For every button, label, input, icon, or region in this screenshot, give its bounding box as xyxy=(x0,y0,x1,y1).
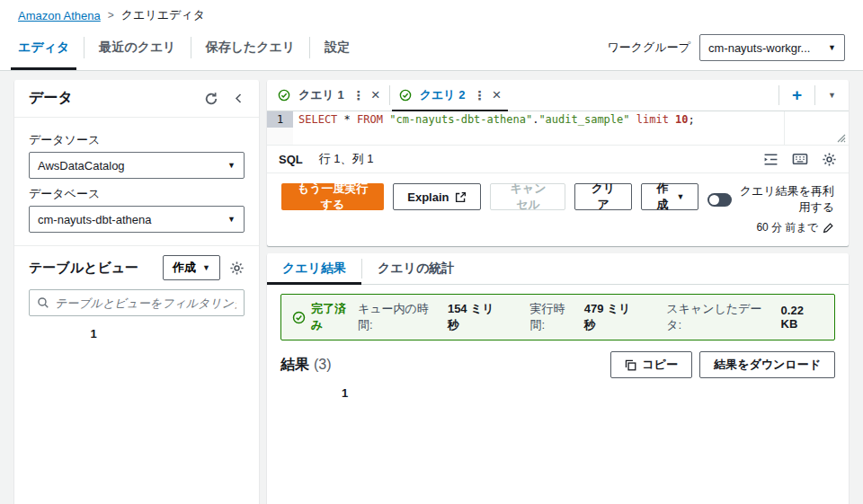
query-tab-1[interactable]: クエリ 1 ⋮ × xyxy=(269,80,389,111)
nav-tabs: エディタ 最近のクエリ 保存したクエリ 設定 xyxy=(4,25,364,70)
tab-recent-queries[interactable]: 最近のクエリ xyxy=(85,25,190,70)
tab-editor[interactable]: エディタ xyxy=(4,25,84,70)
tab-query-stats[interactable]: クエリの統計 xyxy=(362,253,469,284)
line-number: 1 xyxy=(267,111,293,128)
content-area: データ データソース AwsDataCatalog ▼ データベース xyxy=(0,71,863,504)
sql-editor[interactable]: 1 SELECT * FROM "cm-nayuts-dbt-athena"."… xyxy=(267,111,849,146)
sql-number: 10 xyxy=(675,113,688,126)
collapse-panel-icon[interactable] xyxy=(233,93,245,104)
tab-settings[interactable]: 設定 xyxy=(310,25,364,70)
results-tab-bar: クエリ結果 クエリの統計 xyxy=(267,253,849,285)
query-tab-label: クエリ 1 xyxy=(298,87,344,103)
keyboard-shortcuts-icon[interactable] xyxy=(792,151,808,167)
main-column: クエリ 1 ⋮ × クエリ 2 ⋮ × xyxy=(267,80,849,504)
tab-query-results[interactable]: クエリ結果 xyxy=(267,253,361,284)
copy-button[interactable]: コピー xyxy=(610,351,693,378)
close-icon[interactable]: × xyxy=(371,86,380,104)
editor-status-bar: SQL 行 1、列 1 xyxy=(267,146,849,173)
refresh-icon[interactable] xyxy=(204,92,218,106)
athena-query-editor-page: Amazon Athena > クエリエディタ エディタ 最近のクエリ 保存した… xyxy=(0,0,863,504)
copy-icon xyxy=(625,359,636,371)
sql-keyword: SELECT xyxy=(298,113,337,126)
workgroup-select[interactable]: cm-nayuts-workgr... ▼ xyxy=(699,34,845,61)
query-tab-2[interactable]: クエリ 2 ⋮ × xyxy=(390,80,511,111)
results-title: 結果 xyxy=(280,356,309,375)
breadcrumb-home-link[interactable]: Amazon Athena xyxy=(18,9,101,22)
query-tab-label: クエリ 2 xyxy=(420,87,466,103)
success-check-icon xyxy=(399,89,412,102)
download-results-button[interactable]: 結果をダウンロード xyxy=(699,351,835,378)
datasource-value: AwsDataCatalog xyxy=(38,159,125,172)
kebab-menu-icon[interactable]: ⋮ xyxy=(352,88,365,102)
query-editor-card: クエリ 1 ⋮ × クエリ 2 ⋮ × xyxy=(267,80,849,246)
sql-keyword: limit xyxy=(630,113,676,126)
data-panel: データ データソース AwsDataCatalog ▼ データベース xyxy=(14,80,259,504)
reuse-results-toggle[interactable] xyxy=(707,193,732,207)
datasource-select[interactable]: AwsDataCatalog ▼ xyxy=(29,152,245,179)
edit-pencil-icon[interactable] xyxy=(823,222,834,234)
editor-right-gutter xyxy=(784,111,849,145)
data-panel-body: データソース AwsDataCatalog ▼ データベース cm-nayuts… xyxy=(14,118,259,245)
line-number-gutter: 1 xyxy=(267,111,293,145)
sql-string: "audit_sample" xyxy=(538,113,629,126)
tables-views-title: テーブルとビュー xyxy=(29,260,138,277)
format-indent-icon[interactable] xyxy=(763,152,778,167)
workgroup-control: ワークグループ cm-nayuts-workgr... ▼ xyxy=(607,34,845,61)
metric-label: キュー内の時間: xyxy=(358,301,443,333)
breadcrumb-separator: > xyxy=(108,9,114,22)
metric-value: 479 ミリ秒 xyxy=(584,301,643,333)
breadcrumb: Amazon Athena > クエリエディタ xyxy=(0,0,863,25)
search-icon xyxy=(37,296,49,309)
run-again-button[interactable]: もう一度実行する xyxy=(281,183,384,210)
external-link-icon xyxy=(455,191,467,203)
metric-label: スキャンしたデータ: xyxy=(666,301,776,333)
editor-actions-row: もう一度実行する Explain キャンセル クリア 作成 ▼ xyxy=(267,173,849,246)
tables-filter-input[interactable] xyxy=(55,296,236,310)
caret-down-icon: ▼ xyxy=(677,192,685,201)
results-count: (3) xyxy=(314,357,332,373)
datasource-label: データソース xyxy=(29,132,245,148)
copy-button-label: コピー xyxy=(643,357,679,373)
toggle-knob xyxy=(709,195,719,205)
add-query-tab-icon[interactable]: + xyxy=(779,85,814,105)
caret-down-icon: ▼ xyxy=(227,215,236,224)
reuse-results-label: クエリ結果を再利用する xyxy=(739,183,834,216)
queue-time-metric: キュー内の時間: 154 ミリ秒 xyxy=(358,301,506,333)
clear-button[interactable]: クリア xyxy=(574,183,631,210)
create-button[interactable]: 作成 ▼ xyxy=(163,255,220,280)
close-icon[interactable]: × xyxy=(492,86,501,104)
sql-code-line[interactable]: SELECT * FROM "cm-nayuts-dbt-athena"."au… xyxy=(293,111,784,145)
success-check-icon xyxy=(292,311,306,324)
tables-group-row[interactable]: ▼ テーブル (3) ‹ 1 › xyxy=(29,327,245,504)
workgroup-value: cm-nayuts-workgr... xyxy=(708,41,810,55)
results-header: 結果 (3) コピー 結果をダウンロード xyxy=(267,348,849,382)
data-panel-title: データ xyxy=(29,89,204,108)
sql-text: ; xyxy=(689,113,695,126)
kebab-menu-icon[interactable]: ⋮ xyxy=(473,88,485,102)
explain-button[interactable]: Explain xyxy=(393,183,481,210)
reuse-results-control: クエリ結果を再利用する 60 分 前まで xyxy=(707,183,834,235)
nav-row: エディタ 最近のクエリ 保存したクエリ 設定 ワークグループ cm-nayuts… xyxy=(0,25,863,70)
breadcrumb-current: クエリエディタ xyxy=(121,7,205,23)
tab-list-caret-icon[interactable]: ▼ xyxy=(815,91,849,100)
reuse-duration: 60 分 前まで xyxy=(756,220,818,235)
cursor-position: 行 1、列 1 xyxy=(319,151,374,167)
create-dropdown-label: 作成 xyxy=(655,181,671,213)
data-scanned-metric: スキャンしたデータ: 0.22 KB xyxy=(666,301,823,333)
tab-saved-queries[interactable]: 保存したクエリ xyxy=(191,25,310,70)
database-select[interactable]: cm-nayuts-dbt-athena ▼ xyxy=(29,206,245,233)
sql-string: "cm-nayuts-dbt-athena" xyxy=(389,113,532,126)
gear-icon[interactable] xyxy=(822,152,837,167)
metric-label: 実行時間: xyxy=(529,301,579,333)
top-bar: Amazon Athena > クエリエディタ エディタ 最近のクエリ 保存した… xyxy=(0,0,863,71)
success-check-icon xyxy=(278,89,290,102)
explain-button-label: Explain xyxy=(407,190,449,204)
tables-views-section: テーブルとビュー 作成 ▼ xyxy=(14,245,259,504)
caret-down-icon: ▼ xyxy=(828,43,836,52)
database-label: データベース xyxy=(29,186,245,202)
workgroup-label: ワークグループ xyxy=(607,40,690,56)
gear-icon[interactable] xyxy=(229,261,245,276)
resize-handle[interactable] xyxy=(837,134,846,143)
cancel-button[interactable]: キャンセル xyxy=(490,183,565,210)
create-dropdown-button[interactable]: 作成 ▼ xyxy=(641,183,699,210)
